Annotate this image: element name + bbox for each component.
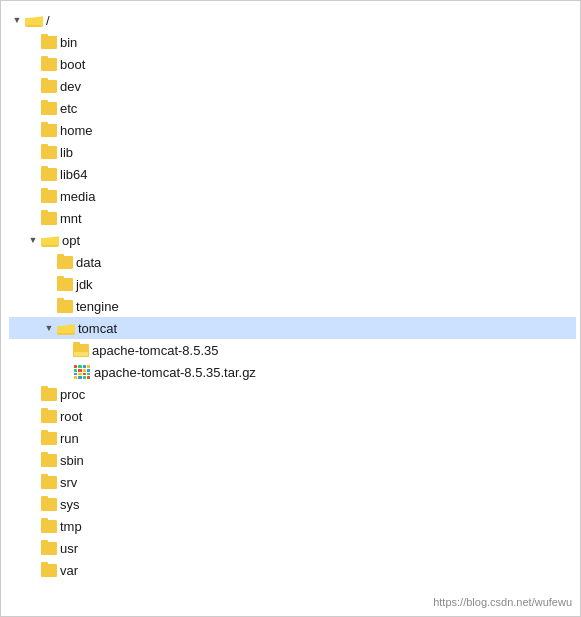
- list-item[interactable]: usr: [9, 537, 576, 559]
- opt-folder-icon: [41, 233, 59, 247]
- toggle-placeholder: [25, 122, 41, 138]
- tree-root[interactable]: ▼ /: [9, 9, 576, 31]
- item-label: media: [60, 189, 95, 204]
- folder-icon: [41, 190, 57, 203]
- item-label: opt: [62, 233, 80, 248]
- toggle-placeholder: [25, 452, 41, 468]
- toggle-placeholder: [25, 56, 41, 72]
- folder-icon: [41, 146, 57, 159]
- list-item[interactable]: etc: [9, 97, 576, 119]
- item-label: apache-tomcat-8.5.35.tar.gz: [94, 365, 256, 380]
- item-label: var: [60, 563, 78, 578]
- root-label: /: [46, 13, 50, 28]
- item-label: root: [60, 409, 82, 424]
- toggle-opt[interactable]: ▼: [25, 232, 41, 248]
- toggle-placeholder: [25, 474, 41, 490]
- root-folder-icon: [25, 13, 43, 27]
- watermark: https://blog.csdn.net/wufewu: [433, 596, 572, 608]
- list-item[interactable]: bin: [9, 31, 576, 53]
- list-item[interactable]: proc: [9, 383, 576, 405]
- item-label: etc: [60, 101, 77, 116]
- folder-icon: [57, 256, 73, 269]
- folder-icon: [41, 58, 57, 71]
- item-label: srv: [60, 475, 77, 490]
- list-item[interactable]: data: [9, 251, 576, 273]
- folder-icon: [41, 168, 57, 181]
- item-label: home: [60, 123, 93, 138]
- list-item[interactable]: run: [9, 427, 576, 449]
- list-item[interactable]: apache-tomcat-8.5.35: [9, 339, 576, 361]
- folder-icon: [41, 498, 57, 511]
- item-label: dev: [60, 79, 81, 94]
- item-label: sys: [60, 497, 80, 512]
- item-label: lib: [60, 145, 73, 160]
- toggle-placeholder: [41, 254, 57, 270]
- item-label: apache-tomcat-8.5.35: [92, 343, 218, 358]
- file-tree[interactable]: ▼ / bin boot dev etc home: [1, 1, 580, 616]
- item-label: lib64: [60, 167, 87, 182]
- folder-icon: [41, 410, 57, 423]
- tomcat-label: tomcat: [78, 321, 117, 336]
- list-item[interactable]: jdk: [9, 273, 576, 295]
- list-item[interactable]: root: [9, 405, 576, 427]
- list-item[interactable]: tengine: [9, 295, 576, 317]
- item-label: sbin: [60, 453, 84, 468]
- toggle-placeholder: [25, 540, 41, 556]
- list-item[interactable]: lib: [9, 141, 576, 163]
- folder-icon: [41, 124, 57, 137]
- toggle-placeholder: [25, 34, 41, 50]
- item-label: mnt: [60, 211, 82, 226]
- list-item[interactable]: ▼ opt: [9, 229, 576, 251]
- item-label: bin: [60, 35, 77, 50]
- item-label: data: [76, 255, 101, 270]
- item-label: proc: [60, 387, 85, 402]
- tomcat-item[interactable]: ▼ tomcat: [9, 317, 576, 339]
- list-item[interactable]: boot: [9, 53, 576, 75]
- toggle-placeholder: [25, 166, 41, 182]
- folder-icon: [41, 80, 57, 93]
- toggle-placeholder: [25, 188, 41, 204]
- folder-icon: [41, 520, 57, 533]
- folder-icon: [41, 454, 57, 467]
- folder-icon: [41, 102, 57, 115]
- list-item[interactable]: sys: [9, 493, 576, 515]
- folder-icon: [41, 476, 57, 489]
- list-item[interactable]: media: [9, 185, 576, 207]
- toggle-root[interactable]: ▼: [9, 12, 25, 28]
- item-label: tengine: [76, 299, 119, 314]
- toggle-placeholder: [25, 100, 41, 116]
- toggle-placeholder: [41, 298, 57, 314]
- toggle-placeholder: [25, 518, 41, 534]
- folder-icon: [57, 278, 73, 291]
- apache-folder-icon: [73, 344, 89, 357]
- toggle-placeholder: [57, 364, 73, 380]
- item-label: usr: [60, 541, 78, 556]
- toggle-placeholder: [25, 144, 41, 160]
- toggle-placeholder: [41, 276, 57, 292]
- toggle-placeholder: [25, 386, 41, 402]
- list-item[interactable]: tmp: [9, 515, 576, 537]
- toggle-placeholder: [25, 496, 41, 512]
- list-item[interactable]: lib64: [9, 163, 576, 185]
- toggle-placeholder: [25, 562, 41, 578]
- list-item[interactable]: sbin: [9, 449, 576, 471]
- toggle-placeholder: [25, 210, 41, 226]
- list-item[interactable]: home: [9, 119, 576, 141]
- item-label: run: [60, 431, 79, 446]
- list-item[interactable]: mnt: [9, 207, 576, 229]
- archive-file-icon: [73, 364, 91, 380]
- list-item[interactable]: dev: [9, 75, 576, 97]
- toggle-placeholder: [25, 430, 41, 446]
- list-item[interactable]: var: [9, 559, 576, 581]
- folder-icon: [41, 36, 57, 49]
- list-item[interactable]: apache-tomcat-8.5.35.tar.gz: [9, 361, 576, 383]
- folder-icon: [41, 542, 57, 555]
- folder-icon: [41, 212, 57, 225]
- toggle-tomcat[interactable]: ▼: [41, 320, 57, 336]
- list-item[interactable]: srv: [9, 471, 576, 493]
- item-label: tmp: [60, 519, 82, 534]
- tomcat-folder-icon: [57, 321, 75, 335]
- toggle-placeholder: [25, 78, 41, 94]
- folder-icon: [57, 300, 73, 313]
- folder-icon: [41, 564, 57, 577]
